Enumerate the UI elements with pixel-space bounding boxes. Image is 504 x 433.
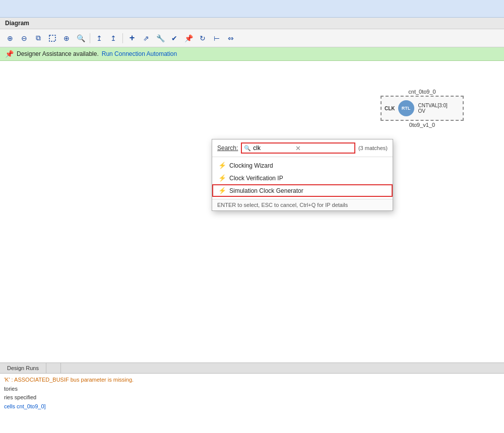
result-label-simulation-clock-generator: Simulation Clock Generator: [229, 187, 303, 194]
connect-button[interactable]: ⇗: [140, 32, 152, 44]
result-label-clocking-wizard: Clocking Wizard: [229, 162, 273, 169]
rtl-block: cnt_0to9_0 CLK RTL CNTVAL[3:0] OV 0to9_v…: [381, 89, 464, 128]
zoom-in-button[interactable]: ⊕: [4, 32, 16, 44]
search-results: ⚡ Clocking Wizard ⚡ Clock Verification I…: [212, 157, 393, 199]
fit-window-button[interactable]: ⧉: [32, 32, 44, 44]
split-button[interactable]: ⊢: [211, 32, 223, 44]
rtl-circle: RTL: [398, 100, 414, 116]
search-footer: ENTER to select, ESC to cancel, Ctrl+Q f…: [212, 199, 393, 210]
bottom-panels: Design Runs 'K' : ASSOCIATED_BUSIF bus p…: [0, 363, 504, 433]
result-icon-clocking-wizard: ⚡: [218, 162, 226, 169]
search-clear-button[interactable]: ✕: [295, 145, 301, 152]
result-clock-verification-ip[interactable]: ⚡ Clock Verification IP: [212, 172, 393, 184]
result-icon-simulation-clock-generator: ⚡: [218, 187, 226, 194]
sep2: [122, 33, 123, 43]
expand-all-button[interactable]: ↥: [107, 32, 119, 44]
run-connection-automation-link[interactable]: Run Connection Automation: [102, 50, 177, 57]
wrench-button[interactable]: 🔧: [154, 32, 166, 44]
tab-design-runs[interactable]: Design Runs: [0, 363, 46, 373]
search-icon-small: 🔍: [244, 145, 251, 152]
search-popup-header: Search: 🔍 ✕ (3 matches): [212, 139, 393, 157]
bottom-tabs: Design Runs: [0, 363, 504, 374]
log-line-3: ries specified: [4, 393, 500, 402]
result-icon-clock-verification-ip: ⚡: [218, 174, 226, 182]
log-line-4[interactable]: cells cnt_0to9_0]: [4, 402, 500, 411]
align-button[interactable]: ⇔: [225, 32, 237, 44]
diagram-canvas: cnt_0to9_0 CLK RTL CNTVAL[3:0] OV 0to9_v…: [0, 61, 504, 363]
search-popup: Search: 🔍 ✕ (3 matches) ⚡ Clocking Wizar…: [212, 139, 393, 211]
sep1: [90, 33, 90, 43]
clk-label: CLK: [385, 106, 395, 111]
search-footer-text: ENTER to select, ESC to cancel, Ctrl+Q f…: [217, 202, 348, 208]
rtl-block-top-label: cnt_0to9_0: [381, 89, 464, 95]
result-simulation-clock-generator[interactable]: ⚡ Simulation Clock Generator: [212, 184, 393, 197]
collapse-all-button[interactable]: ↥: [93, 32, 105, 44]
pin-anchor-button[interactable]: 📌: [182, 32, 195, 44]
add-ip-button[interactable]: +: [126, 32, 138, 44]
bottom-content: 'K' : ASSOCIATED_BUSIF bus parameter is …: [0, 374, 504, 433]
top-bar: [0, 0, 504, 18]
tab-second[interactable]: [46, 363, 61, 373]
log-line-1: 'K' : ASSOCIATED_BUSIF bus parameter is …: [4, 376, 500, 385]
result-clocking-wizard[interactable]: ⚡ Clocking Wizard: [212, 159, 393, 172]
search-matches: (3 matches): [358, 145, 388, 151]
search-button[interactable]: 🔍: [75, 32, 87, 44]
search-label: Search:: [217, 145, 238, 152]
validate-button[interactable]: ✔: [168, 32, 180, 44]
select-area-button[interactable]: [46, 32, 58, 44]
main-wrapper: Diagram ⊕ ⊖ ⧉ ⊕ 🔍 ↥ ↥ + ⇗ 🔧 ✔ 📌 ↻ ⊢ ⇔ 📌 …: [0, 18, 504, 433]
cntval-label: CNTVAL[3:0]: [418, 103, 448, 108]
refresh-button[interactable]: ↻: [197, 32, 209, 44]
designer-assist-bar: 📌 Designer Assistance available. Run Con…: [0, 47, 504, 61]
block-right-labels: CNTVAL[3:0] OV: [418, 103, 448, 114]
rtl-block-version-label: 0to9_v1_0: [381, 122, 464, 128]
ov-label: OV: [418, 108, 448, 114]
assist-icon: 📌: [5, 50, 14, 58]
result-label-clock-verification-ip: Clock Verification IP: [229, 175, 283, 182]
zoom-out-button[interactable]: ⊖: [18, 32, 30, 44]
assist-text: Designer Assistance available.: [17, 50, 99, 57]
rtl-block-body[interactable]: CLK RTL CNTVAL[3:0] OV: [381, 96, 464, 121]
search-input-wrapper: 🔍 ✕: [241, 142, 355, 154]
diagram-header: Diagram: [0, 18, 504, 29]
toolbar: ⊕ ⊖ ⧉ ⊕ 🔍 ↥ ↥ + ⇗ 🔧 ✔ 📌 ↻ ⊢ ⇔: [0, 29, 504, 47]
search-input[interactable]: [253, 145, 293, 152]
svg-rect-0: [49, 35, 55, 41]
log-line-2: tories: [4, 385, 500, 394]
add-pin-button[interactable]: ⊕: [60, 32, 73, 44]
